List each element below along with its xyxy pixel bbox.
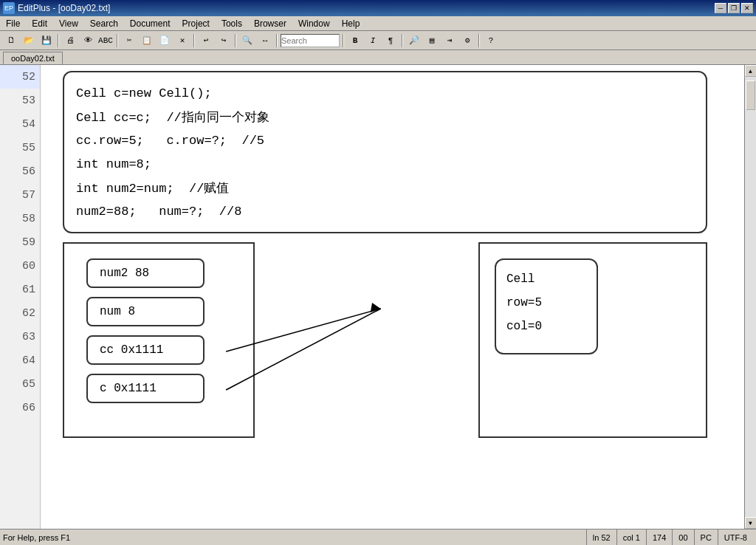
line-number-62: 62 [0, 301, 40, 325]
code-box: Cell c=new Cell(); Cell cc=c; //指向同一个对象 … [63, 71, 707, 233]
stack-item-num2: num2 88 [86, 258, 205, 288]
open-button[interactable]: 📂 [21, 32, 37, 49]
menu-document[interactable]: Document [124, 16, 176, 30]
help-button[interactable]: ? [483, 32, 499, 49]
code-line-55: int num=8; [76, 152, 694, 176]
line-number-60: 60 [0, 254, 40, 278]
heap-cell-title: Cell [506, 267, 586, 291]
scroll-up-button[interactable]: ▲ [745, 65, 757, 77]
line-numbers: 52 53 54 55 56 57 58 59 60 61 62 63 64 6… [0, 65, 41, 529]
stack-item-c: c 0x1111 [86, 374, 205, 403]
code-line-57: num2=88; num=?; //8 [76, 199, 694, 223]
toolbar-sep-4 [235, 34, 236, 47]
columns-button[interactable]: ▤ [424, 32, 440, 49]
menu-view[interactable]: View [53, 16, 84, 30]
status-bar: For Help, press F1 ln 52 col 1 174 00 PC… [0, 529, 756, 545]
toolbar-sep-1 [58, 34, 59, 47]
status-num1: 174 [646, 529, 672, 546]
content-area: Cell c=new Cell(); Cell cc=c; //指向同一个对象 … [41, 65, 744, 529]
toolbar-sep-6 [343, 34, 344, 47]
zoom-button[interactable]: 🔎 [406, 32, 422, 49]
tab-file[interactable]: ooDay02.txt [3, 52, 63, 64]
menu-project[interactable]: Project [176, 16, 216, 30]
cut-button[interactable]: ✂ [121, 32, 137, 49]
toolbar-sep-2 [117, 34, 118, 47]
replace-button[interactable]: ↔ [257, 32, 273, 49]
find-button[interactable]: 🔍 [239, 32, 255, 49]
status-mode: PC [694, 529, 718, 546]
line-number-52: 52 [0, 65, 40, 89]
toolbar-sep-7 [402, 34, 403, 47]
vertical-scrollbar[interactable]: ▲ ▼ [744, 65, 756, 529]
line-number-55: 55 [0, 136, 40, 160]
status-ln: ln 52 [586, 529, 616, 546]
new-button[interactable]: 🗋 [3, 32, 19, 49]
stack-box: num2 88 num 8 cc 0x1111 c 0x1111 [63, 242, 255, 438]
stack-item-cc: cc 0x1111 [86, 335, 205, 365]
line-number-53: 53 [0, 89, 40, 112]
status-right: ln 52 col 1 174 00 PC UTF-8 [586, 529, 753, 546]
italic-button[interactable]: I [365, 32, 381, 49]
save-button[interactable]: 💾 [38, 32, 55, 49]
menu-search[interactable]: Search [84, 16, 124, 30]
settings-button[interactable]: ⚙ [459, 32, 475, 49]
code-line-53: Cell cc=c; //指向同一个对象 [76, 105, 694, 128]
toolbar-sep-3 [193, 34, 195, 47]
menu-bar: File Edit View Search Document Project T… [0, 16, 756, 31]
search-input[interactable] [281, 34, 340, 47]
svg-marker-2 [371, 303, 381, 312]
line-number-61: 61 [0, 278, 40, 301]
toolbar-sep-8 [478, 34, 480, 47]
redo-button[interactable]: ↪ [216, 32, 232, 49]
menu-tools[interactable]: Tools [216, 16, 248, 30]
paste-button[interactable]: 📄 [157, 32, 173, 49]
copy-button[interactable]: 📋 [139, 32, 155, 49]
window-title: EditPlus - [ooDay02.txt] [18, 3, 110, 13]
scroll-track[interactable] [745, 77, 756, 517]
line-number-63: 63 [0, 325, 40, 349]
editor-content[interactable]: Cell c=new Cell(); Cell cc=c; //指向同一个对象 … [41, 65, 744, 529]
menu-help[interactable]: Help [336, 16, 366, 30]
scroll-thumb[interactable] [746, 80, 755, 110]
bold-button[interactable]: B [347, 32, 363, 49]
editor-container: 52 53 54 55 56 57 58 59 60 61 62 63 64 6… [0, 65, 756, 529]
line-number-54: 54 [0, 112, 40, 136]
heap-box: Cell row=5 col=0 [478, 242, 707, 438]
heap-cell-col: col=0 [506, 315, 586, 338]
line-number-64: 64 [0, 349, 40, 372]
line-number-56: 56 [0, 160, 40, 183]
status-help: For Help, press F1 [3, 533, 586, 542]
heap-cell: Cell row=5 col=0 [495, 258, 598, 354]
toolbar: 🗋 📂 💾 🖨 👁 ABC ✂ 📋 📄 ✕ ↩ ↪ 🔍 ↔ B I ¶ 🔎 ▤ … [0, 31, 756, 50]
spell-button[interactable]: ABC [97, 32, 114, 49]
status-encoding: UTF-8 [718, 529, 753, 546]
menu-browser[interactable]: Browser [248, 16, 292, 30]
menu-edit[interactable]: Edit [26, 16, 53, 30]
heap-cell-row: row=5 [506, 291, 586, 315]
diagram-area: num2 88 num 8 cc 0x1111 c 0x1111 Cell ro… [63, 242, 707, 442]
title-bar: EP EditPlus - [ooDay02.txt] ─ ❐ ✕ [0, 0, 756, 16]
title-bar-controls[interactable]: ─ ❐ ✕ [715, 3, 753, 13]
status-col: col 1 [616, 529, 646, 546]
status-num2: 00 [672, 529, 693, 546]
close-button[interactable]: ✕ [741, 3, 753, 13]
wrap-button[interactable]: ⇥ [441, 32, 458, 49]
app-icon: EP [3, 2, 15, 14]
print-button[interactable]: 🖨 [62, 32, 78, 49]
undo-button[interactable]: ↩ [198, 32, 214, 49]
format-button[interactable]: ¶ [382, 32, 399, 49]
delete-button[interactable]: ✕ [174, 32, 190, 49]
line-number-66: 66 [0, 396, 40, 419]
menu-file[interactable]: File [0, 16, 26, 30]
restore-button[interactable]: ❐ [728, 3, 740, 13]
stack-item-num: num 8 [86, 297, 205, 326]
line-number-65: 65 [0, 372, 40, 396]
line-number-59: 59 [0, 230, 40, 254]
preview-button[interactable]: 👁 [80, 32, 96, 49]
code-line-54: cc.row=5; c.row=?; //5 [76, 128, 694, 152]
title-bar-left: EP EditPlus - [ooDay02.txt] [3, 2, 110, 14]
menu-window[interactable]: Window [292, 16, 336, 30]
line-number-57: 57 [0, 183, 40, 207]
minimize-button[interactable]: ─ [715, 3, 726, 13]
scroll-down-button[interactable]: ▼ [745, 517, 757, 529]
